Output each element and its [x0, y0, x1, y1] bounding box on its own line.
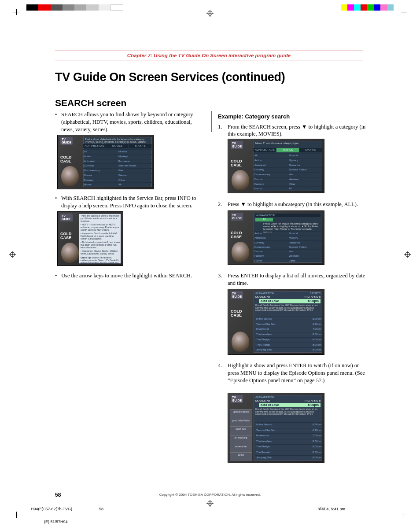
left-column: •SEARCH allows you to find shows by keyw… — [55, 111, 205, 136]
body-text: With SEARCH highlighted in the Service B… — [61, 195, 205, 210]
example-heading: Example: Category search — [218, 113, 368, 121]
chapter-heading: Chapter 7: Using the TV Guide On Screen … — [55, 51, 363, 60]
body-text: SEARCH allows you to find shows by keywo… — [61, 111, 205, 133]
right-column: 3.Press ENTER to display a list of all m… — [218, 272, 368, 291]
left-column: •With SEARCH highlighted in the Service … — [55, 195, 205, 212]
footer-page: 58 — [99, 507, 103, 511]
right-column: Example: Category search 1.From the SEAR… — [218, 113, 368, 141]
screenshot-subcategory: TVGUIDE COLDCASE ALPHABETICAL All Press … — [228, 210, 324, 265]
step-text: Press ENTER to display a list of all mov… — [228, 272, 368, 287]
screenshot-category: TVGUIDE COLDCASE Move ▼ and choose a cat… — [228, 139, 324, 193]
section-title: SEARCH screen — [55, 98, 126, 108]
page-headline: TV Guide On Screen Services (continued) — [55, 70, 285, 84]
screenshot-search-main: TVGUIDE COLDCASE Find a show alphabetica… — [57, 135, 154, 189]
screenshot-results-list: TVGUIDE COLDCASE ALPHABETICAL SPORTS MOV… — [228, 289, 324, 355]
footer-stub: (E) 51/57H94 — [44, 520, 68, 524]
step-text: Highlight a show and press ENTER to watc… — [228, 362, 368, 384]
registration-mark-icon — [206, 10, 214, 17]
body-text: Use the arrow keys to move the highlight… — [61, 272, 205, 280]
screenshot-search-help: TVGUIDE COLDCASE There are dozens of way… — [57, 211, 123, 266]
crop-mark-icon — [401, 512, 407, 518]
screenshot-episode-options: TVGUIDE Episode Optionsgo to Video/Audio… — [228, 393, 324, 463]
crop-mark-icon — [13, 9, 19, 15]
footer-timestamp: 8/3/04, 5:41 pm — [317, 507, 345, 511]
registration-mark-icon — [206, 500, 214, 507]
registration-mark-icon — [9, 251, 16, 258]
copyright-line: Copyright © 2004 TOSHIBA CORPORATION. Al… — [0, 493, 420, 497]
crop-mark-icon — [13, 512, 19, 518]
right-column: 4.Highlight a show and press ENTER to wa… — [218, 362, 368, 388]
step-text: Press ▼ to highlight a subcategory (in t… — [228, 201, 368, 208]
left-column: •Use the arrow keys to move the highligh… — [55, 272, 205, 282]
crop-mark-icon — [401, 9, 407, 15]
footer-doc-id: H94(E)057-62(7b-TVG) — [31, 507, 72, 511]
registration-mark-icon — [404, 251, 411, 258]
step-text: From the SEARCH screen, press ▼ to highl… — [228, 123, 368, 138]
column-divider — [211, 111, 212, 132]
